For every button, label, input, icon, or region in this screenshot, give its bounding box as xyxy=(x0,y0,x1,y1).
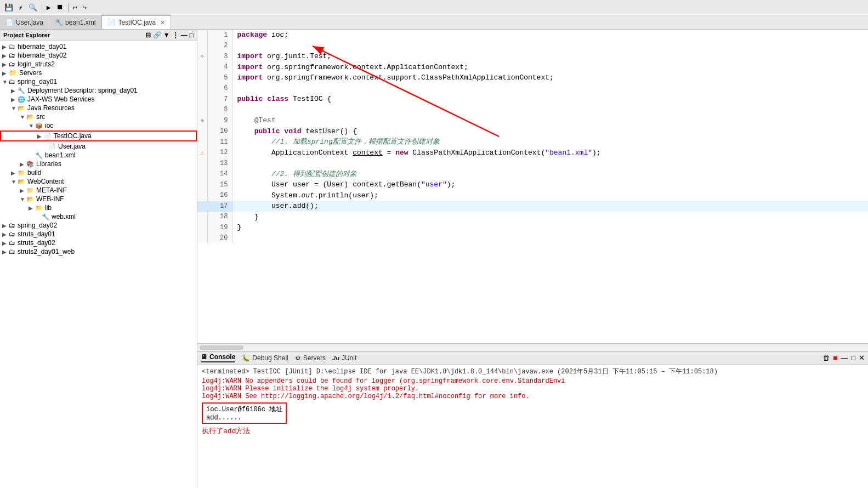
sidebar-item-jaxws[interactable]: ▶ 🌐 JAX-WS Web Services xyxy=(0,95,197,104)
tab-testioc-java[interactable]: 📄 TestIOC.java ✕ xyxy=(101,15,171,29)
lib-icon: 📚 xyxy=(26,161,34,168)
code-line-2[interactable] xyxy=(232,41,868,52)
console-minimize-icon[interactable]: — xyxy=(841,354,848,362)
code-line-16[interactable]: System.out.println(user); xyxy=(232,190,868,201)
item-label: struts_day02 xyxy=(18,239,55,247)
code-line-4[interactable]: import org.springframework.context.Appli… xyxy=(232,62,868,73)
toolbar-icon-7[interactable]: ↪ xyxy=(80,2,89,13)
code-line-17[interactable]: user.add(); xyxy=(232,201,868,212)
collapse-all-icon[interactable]: ⊟ xyxy=(145,31,151,39)
folder-icon: 📁 xyxy=(18,169,25,177)
sidebar-item-javares[interactable]: ▼ 📂 Java Resources xyxy=(0,104,197,112)
console-terminate-icon[interactable]: ■ xyxy=(833,354,837,362)
sidebar-item-lib[interactable]: ▶ 📁 lib xyxy=(0,203,197,212)
code-line-19[interactable]: } xyxy=(232,222,868,233)
code-line-5[interactable]: import org.springframework.context.suppo… xyxy=(232,72,868,83)
code-line-8[interactable] xyxy=(232,105,868,116)
minimize-icon[interactable]: — xyxy=(181,31,188,39)
line-num-1: 1 xyxy=(207,30,232,41)
code-line-18[interactable]: } xyxy=(232,212,868,223)
toolbar-icon-6[interactable]: ↩ xyxy=(71,2,80,13)
code-row-1: 1 package ioc; xyxy=(197,30,868,41)
sidebar-item-deploy[interactable]: ▶ 🔧 Deployment Descriptor: spring_day01 xyxy=(0,86,197,95)
sidebar-item-hibernate1[interactable]: ▶ 🗂 hibernate_day01 xyxy=(0,42,197,51)
console-tab-console[interactable]: 🖥 Console xyxy=(201,353,235,362)
code-line-10[interactable]: public void testUser() { xyxy=(232,126,868,137)
sidebar-item-struts2web[interactable]: ▶ 🗂 struts2_day01_web xyxy=(0,247,197,256)
code-line-12[interactable]: ApplicationContext context = new ClassPa… xyxy=(232,147,868,158)
line-marker-3: ⊕ xyxy=(197,51,207,62)
code-line-20[interactable] xyxy=(232,233,868,244)
line-num-2: 2 xyxy=(207,41,232,52)
main-area: Project Explorer ⊟ 🔗 ▼ ⋮ — □ ▶ 🗂 hiberna… xyxy=(0,30,868,488)
sidebar-item-testioc[interactable]: ▶ 📄 TestIOC.java xyxy=(0,130,197,141)
sidebar-item-struts01[interactable]: ▶ 🗂 struts_day01 xyxy=(0,230,197,239)
item-label: META-INF xyxy=(36,186,67,194)
sidebar-item-spring01[interactable]: ▼ 🗂 spring_day01 xyxy=(0,77,197,86)
arrow-icon: ▶ xyxy=(29,205,35,211)
folder-icon: 📁 xyxy=(35,205,43,212)
toolbar-icon-5[interactable]: ⏹ xyxy=(54,2,66,13)
code-editor[interactable]: 1 package ioc; 2 ⊕ 3 import org.junit.Te… xyxy=(197,30,868,343)
tab-user-java[interactable]: 📄 User.java xyxy=(0,15,49,29)
code-line-13[interactable] xyxy=(232,158,868,169)
sidebar-item-src[interactable]: ▼ 📂 src xyxy=(0,112,197,121)
toolbar-icon-3[interactable]: 🔍 xyxy=(26,2,39,13)
save-icon[interactable]: 💾 xyxy=(2,2,15,13)
sidebar-item-metainf[interactable]: ▶ 📁 META-INF xyxy=(0,186,197,195)
arrow-icon: ▼ xyxy=(2,79,9,85)
toolbar-icon-2[interactable]: ⚡ xyxy=(16,2,25,13)
sidebar-item-build[interactable]: ▶ 📁 build xyxy=(0,168,197,177)
top-toolbar: 💾 ⚡ 🔍 ▶ ⏹ ↩ ↪ xyxy=(0,0,868,15)
line-marker-12: ⚠ xyxy=(197,147,207,158)
code-line-7[interactable]: public class TestIOC { xyxy=(232,94,868,105)
code-line-6[interactable] xyxy=(232,83,868,94)
sidebar-item-struts02[interactable]: ▶ 🗂 struts_day02 xyxy=(0,239,197,247)
sidebar-item-webcontent[interactable]: ▼ 📂 WebContent xyxy=(0,177,197,186)
project-icon: 🗂 xyxy=(9,230,15,238)
h-scroll-thumb[interactable] xyxy=(200,345,243,350)
sidebar-item-webxml[interactable]: 🔧 web.xml xyxy=(0,212,197,221)
item-label: lib xyxy=(45,204,52,212)
console-close-icon[interactable]: ✕ xyxy=(859,354,865,362)
sidebar-item-libraries[interactable]: ▶ 📚 Libraries xyxy=(0,160,197,168)
view-menu-icon[interactable]: ⋮ xyxy=(172,31,179,39)
code-line-15[interactable]: User user = (User) context.getBean("user… xyxy=(232,179,868,190)
line-num-11: 11 xyxy=(207,137,232,147)
line-marker-13 xyxy=(197,158,207,169)
maximize-icon[interactable]: □ xyxy=(190,31,194,39)
console-clear-icon[interactable]: 🗑 xyxy=(822,354,830,362)
sidebar-item-hibernate2[interactable]: ▶ 🗂 hibernate_day02 xyxy=(0,51,197,60)
sidebar-item-servers[interactable]: ▶ 📁 Servers xyxy=(0,69,197,77)
console-tab-debug[interactable]: 🐛 Debug Shell xyxy=(242,354,288,362)
toolbar-icon-4[interactable]: ▶ xyxy=(44,2,53,13)
tab-bean-xml[interactable]: 🔧 bean1.xml xyxy=(49,15,101,29)
console-tab-junit[interactable]: Ju JUnit xyxy=(332,354,356,362)
console-header: 🖥 Console 🐛 Debug Shell ⚙ Servers Ju JUn… xyxy=(197,351,868,365)
arrow-icon: ▶ xyxy=(2,53,9,59)
sidebar-item-beanxml[interactable]: 🔧 bean1.xml xyxy=(0,151,197,160)
code-line-3[interactable]: import org.junit.Test; xyxy=(232,51,868,62)
console-tab-servers[interactable]: ⚙ Servers xyxy=(295,354,326,362)
tab-close-testioc[interactable]: ✕ xyxy=(160,19,165,26)
code-row-16: 16 System.out.println(user); xyxy=(197,190,868,201)
code-line-1[interactable]: package ioc; xyxy=(232,30,868,41)
console-body[interactable]: <terminated> TestIOC [JUnit] D:\eclipse … xyxy=(197,365,868,488)
code-line-9[interactable]: @Test xyxy=(232,115,868,126)
sidebar-item-webinf[interactable]: ▼ 📂 WEB-INF xyxy=(0,195,197,203)
code-line-14[interactable]: //2. 得到配置创建的对象 xyxy=(232,169,868,180)
code-line-11[interactable]: //1. 加载spring配置文件，根据配置文件创建对象 xyxy=(232,137,868,147)
sidebar-title: Project Explorer xyxy=(3,32,50,38)
sidebar-item-userjava[interactable]: 📄 User.java xyxy=(0,142,197,151)
toolbar-sep-1 xyxy=(42,3,42,12)
line-marker-8 xyxy=(197,105,207,116)
xml-file-icon: 🔧 xyxy=(35,152,43,159)
sidebar-item-login[interactable]: ▶ 🗂 login_struts2 xyxy=(0,60,197,69)
sidebar-item-spring02[interactable]: ▶ 🗂 spring_day02 xyxy=(0,221,197,230)
sidebar-item-ioc[interactable]: ▼ 📦 ioc xyxy=(0,121,197,130)
link-editor-icon[interactable]: 🔗 xyxy=(153,31,161,39)
console-maximize-icon[interactable]: □ xyxy=(851,354,855,362)
filter-icon[interactable]: ▼ xyxy=(163,31,170,39)
code-row-5: 5 import org.springframework.context.sup… xyxy=(197,72,868,83)
h-scrollbar[interactable] xyxy=(197,343,868,351)
